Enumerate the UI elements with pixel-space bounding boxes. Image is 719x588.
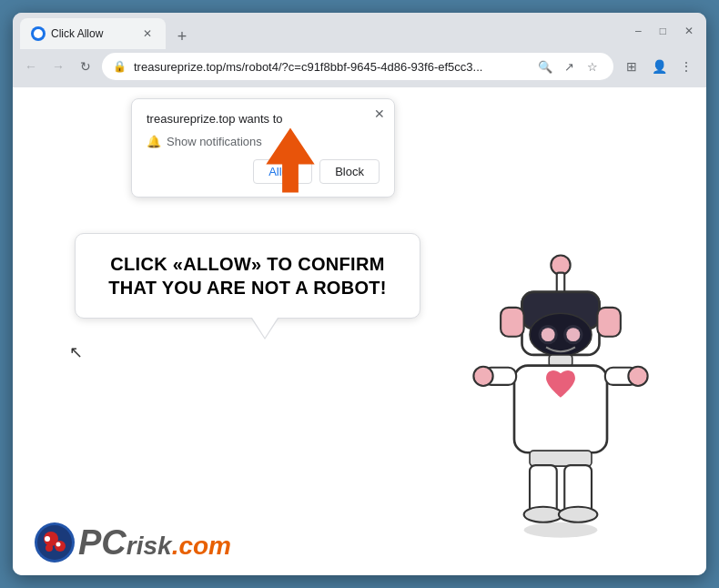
popup-close-button[interactable]: ✕ <box>374 106 385 121</box>
block-button[interactable]: Block <box>319 159 380 184</box>
bookmark-icon[interactable]: ☆ <box>582 56 603 76</box>
close-button[interactable]: ✕ <box>679 23 699 39</box>
pcrisk-logo-icon <box>36 524 73 561</box>
svg-point-28 <box>45 536 50 542</box>
pcrisk-pc-text: PC <box>78 525 127 560</box>
svg-rect-18 <box>530 451 592 466</box>
window-controls: – □ ✕ <box>630 23 699 39</box>
url-text: treasureprize.top/ms/robot4/?c=c91f8bbf-… <box>134 60 528 74</box>
address-bar: ← → ↻ 🔒 treasureprize.top/ms/robot4/?c=c… <box>13 49 706 87</box>
profile-button[interactable]: 👤 <box>646 54 672 79</box>
svg-point-22 <box>559 507 598 522</box>
svg-point-8 <box>542 328 555 341</box>
svg-point-17 <box>628 367 647 386</box>
title-bar: Click Allow ✕ + – □ ✕ <box>13 13 706 49</box>
svg-point-27 <box>46 544 53 552</box>
speech-bubble: CLICK «ALLOW» TO CONFIRM THAT YOU ARE NO… <box>75 233 420 319</box>
tab-close-button[interactable]: ✕ <box>140 26 155 41</box>
pcrisk-risk-text: risk <box>127 533 172 559</box>
svg-point-21 <box>524 507 563 522</box>
extensions-button[interactable]: ⊞ <box>619 54 644 79</box>
browser-window: Click Allow ✕ + – □ ✕ ← → ↻ 🔒 treasurepr… <box>13 13 706 575</box>
cursor-indicator: ↖ <box>69 342 83 362</box>
tab-title: Click Allow <box>51 27 135 40</box>
url-actions: 🔍 ↗ ☆ <box>535 56 603 76</box>
arrow-icon <box>258 124 322 197</box>
bubble-text: CLICK «ALLOW» TO CONFIRM THAT YOU ARE NO… <box>97 252 398 299</box>
svg-point-29 <box>56 542 61 547</box>
toolbar-icons: ⊞ 👤 ⋮ <box>619 54 699 79</box>
forward-button[interactable]: → <box>47 56 69 77</box>
new-tab-button[interactable]: + <box>169 24 195 49</box>
pcrisk-domain-text: .com <box>172 533 231 559</box>
arrow-indicator <box>258 124 322 200</box>
tab-favicon <box>31 26 46 41</box>
svg-rect-2 <box>557 273 565 294</box>
active-tab[interactable]: Click Allow ✕ <box>20 18 166 49</box>
page-content: ✕ treasureprize.top wants to 🔔 Show noti… <box>13 87 706 575</box>
url-bar[interactable]: 🔒 treasureprize.top/ms/robot4/?c=c91f8bb… <box>102 53 613 80</box>
share-icon[interactable]: ↗ <box>559 56 579 76</box>
search-icon[interactable]: 🔍 <box>535 56 555 76</box>
menu-button[interactable]: ⋮ <box>673 54 699 79</box>
svg-point-16 <box>473 367 492 386</box>
minimize-button[interactable]: – <box>630 23 647 39</box>
pcrisk-logo: PC risk .com <box>35 522 231 563</box>
bell-icon: 🔔 <box>147 135 161 148</box>
svg-rect-12 <box>597 308 621 337</box>
pcrisk-icon <box>35 522 75 563</box>
svg-rect-11 <box>501 308 524 337</box>
svg-marker-0 <box>266 127 314 192</box>
lock-icon: 🔒 <box>113 60 127 73</box>
pcrisk-text-group: PC risk .com <box>78 525 231 560</box>
refresh-button[interactable]: ↻ <box>75 56 96 77</box>
maximize-button[interactable]: □ <box>654 23 672 39</box>
robot-image <box>461 248 679 557</box>
notification-label: Show notifications <box>167 135 262 148</box>
svg-point-23 <box>524 522 598 538</box>
svg-point-9 <box>566 328 580 341</box>
tab-area: Click Allow ✕ + <box>20 13 626 49</box>
robot-svg <box>461 248 661 557</box>
back-button[interactable]: ← <box>20 56 42 77</box>
svg-point-26 <box>55 541 66 552</box>
